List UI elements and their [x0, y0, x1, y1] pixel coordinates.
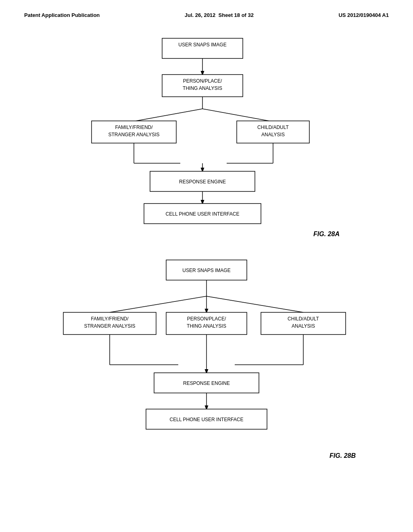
- svg-text:PERSON/PLACE/: PERSON/PLACE/: [183, 78, 222, 84]
- header-middle: Jul. 26, 2012 Sheet 18 of 32: [185, 12, 254, 18]
- svg-text:STRANGER ANALYSIS: STRANGER ANALYSIS: [84, 323, 135, 329]
- fig28a-svg: USER SNAPS IMAGE PERSON/PLACE/ THING ANA…: [65, 30, 348, 240]
- svg-text:FAMILY/FRIEND/: FAMILY/FRIEND/: [91, 316, 129, 322]
- svg-text:THING ANALYSIS: THING ANALYSIS: [187, 323, 226, 329]
- header-right: US 2012/0190404 A1: [338, 12, 389, 18]
- svg-text:USER SNAPS IMAGE: USER SNAPS IMAGE: [178, 42, 226, 48]
- svg-text:ANALYSIS: ANALYSIS: [292, 323, 315, 329]
- fig28a-diagram: USER SNAPS IMAGE PERSON/PLACE/ THING ANA…: [65, 30, 348, 240]
- diagrams-wrapper: USER SNAPS IMAGE PERSON/PLACE/ THING ANA…: [0, 22, 413, 470]
- svg-text:USER SNAPS IMAGE: USER SNAPS IMAGE: [182, 268, 230, 273]
- svg-text:ANALYSIS: ANALYSIS: [261, 132, 285, 137]
- fig28a-label: FIG. 28A: [313, 231, 340, 238]
- svg-line-8: [202, 109, 269, 121]
- svg-line-30: [206, 296, 303, 312]
- svg-text:PERSON/PLACE/: PERSON/PLACE/: [187, 316, 226, 322]
- svg-text:STRANGER ANALYSIS: STRANGER ANALYSIS: [108, 132, 159, 137]
- svg-text:RESPONSE ENGINE: RESPONSE ENGINE: [179, 179, 226, 185]
- svg-text:FAMILY/FRIEND/: FAMILY/FRIEND/: [115, 125, 153, 130]
- header-left: Patent Application Publication: [24, 12, 100, 18]
- fig28b-svg: USER SNAPS IMAGE FAMILY/FRIEND/ STRANGER…: [53, 252, 360, 461]
- svg-text:THING ANALYSIS: THING ANALYSIS: [183, 85, 222, 91]
- page-header: Patent Application Publication Jul. 26, …: [0, 0, 413, 22]
- svg-rect-0: [162, 38, 243, 58]
- svg-text:CELL PHONE USER INTERFACE: CELL PHONE USER INTERFACE: [166, 211, 240, 217]
- svg-text:CHILD/ADULT: CHILD/ADULT: [257, 125, 289, 130]
- svg-text:CELL PHONE USER INTERFACE: CELL PHONE USER INTERFACE: [170, 417, 244, 422]
- svg-line-7: [136, 109, 202, 121]
- fig28b-diagram: USER SNAPS IMAGE FAMILY/FRIEND/ STRANGER…: [53, 252, 360, 461]
- fig28b-label: FIG. 28B: [330, 452, 356, 459]
- svg-text:CHILD/ADULT: CHILD/ADULT: [288, 316, 319, 322]
- svg-text:RESPONSE ENGINE: RESPONSE ENGINE: [183, 380, 230, 386]
- svg-line-28: [110, 296, 206, 312]
